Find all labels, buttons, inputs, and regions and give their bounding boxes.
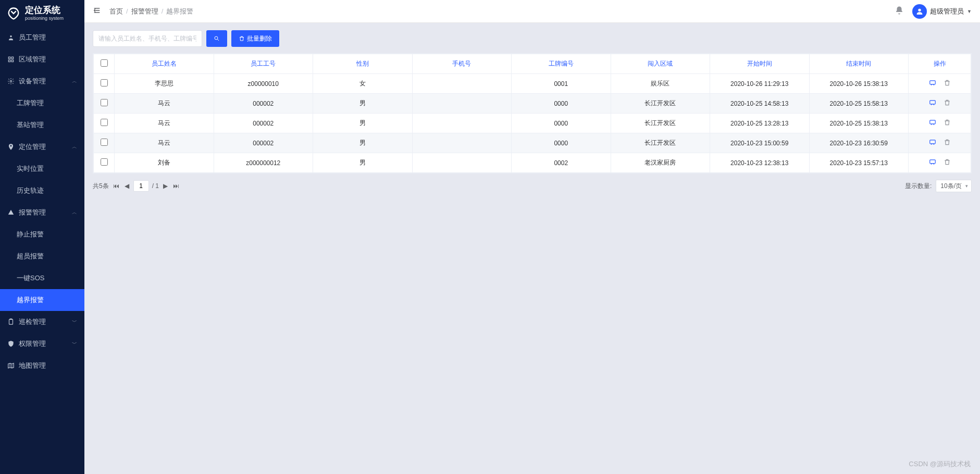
search-button[interactable] (206, 30, 227, 47)
nav-item[interactable]: 一键SOS (0, 267, 84, 289)
nav-item[interactable]: 基站管理 (0, 114, 84, 136)
nav-label: 巡检管理 (19, 317, 68, 327)
first-page-icon[interactable]: ⏮ (112, 181, 120, 191)
delete-icon[interactable] (944, 158, 951, 167)
cell-name: 刘备 (115, 153, 214, 173)
table-row: 刘备z000000012男0002老汉家厨房2020-10-23 12:38:1… (94, 153, 971, 173)
view-icon[interactable] (929, 139, 936, 147)
table-row: 李思思z00000010女0001娱乐区2020-10-26 11:29:132… (94, 74, 971, 94)
delete-icon[interactable] (944, 119, 951, 128)
sidebar-toggle-icon[interactable] (93, 6, 101, 16)
nav-item[interactable]: 静止报警 (0, 223, 84, 245)
nav-item[interactable]: 实时位置 (0, 158, 84, 180)
nav-item[interactable]: 定位管理︿ (0, 136, 84, 158)
row-checkbox[interactable] (101, 158, 108, 166)
svg-rect-1 (8, 57, 10, 59)
th-end: 结束时间 (809, 54, 909, 74)
breadcrumb-item[interactable]: 报警管理 (131, 7, 158, 16)
view-icon[interactable] (929, 158, 936, 167)
cell-end: 2020-10-25 15:58:13 (809, 94, 909, 114)
cell-gender: 男 (313, 153, 413, 173)
nav-label: 越界报警 (17, 295, 77, 305)
nav-item[interactable]: 设备管理︿ (0, 70, 84, 92)
cell-badge: 0000 (512, 133, 611, 153)
cell-start: 2020-10-23 12:38:13 (710, 153, 810, 173)
user-icon (7, 34, 15, 41)
cell-empno: 000002 (214, 94, 313, 114)
cell-phone (412, 133, 512, 153)
th-start: 开始时间 (710, 54, 810, 74)
main: 首页 / 报警管理 / 越界报警 超级管理员 ▼ (84, 0, 980, 474)
table-row: 马云000002男0000长江开发区2020-10-23 15:00:59202… (94, 133, 971, 153)
nav-label: 工牌管理 (17, 98, 77, 108)
user-name: 超级管理员 (930, 7, 964, 16)
cell-phone (412, 114, 512, 133)
cell-phone (412, 94, 512, 114)
svg-rect-4 (11, 60, 14, 62)
view-icon[interactable] (929, 119, 936, 128)
row-checkbox[interactable] (101, 119, 108, 126)
delete-icon[interactable] (944, 139, 951, 147)
svg-point-7 (918, 8, 921, 11)
bell-icon[interactable] (895, 6, 904, 17)
cell-badge: 0002 (512, 153, 611, 173)
row-checkbox[interactable] (101, 99, 108, 106)
chevron-down-icon: ﹀ (72, 318, 77, 326)
svg-point-0 (10, 35, 12, 38)
breadcrumb-item[interactable]: 首页 (109, 7, 123, 16)
th-phone: 手机号 (412, 54, 512, 74)
breadcrumb: 首页 / 报警管理 / 越界报警 (109, 7, 193, 16)
nav-item[interactable]: 员工管理 (0, 27, 84, 48)
cell-area: 老汉家厨房 (611, 153, 710, 173)
user-menu[interactable]: 超级管理员 ▼ (912, 4, 972, 19)
nav-label: 静止报警 (17, 230, 77, 239)
batch-delete-button[interactable]: 批量删除 (231, 30, 279, 47)
nav-item[interactable]: 地图管理 (0, 355, 84, 377)
row-checkbox[interactable] (101, 139, 108, 146)
select-all-checkbox[interactable] (101, 59, 108, 67)
nav-item[interactable]: 超员报警 (0, 245, 84, 267)
svg-rect-2 (11, 57, 14, 59)
row-checkbox[interactable] (101, 79, 108, 86)
page-size-label: 显示数量: (905, 182, 932, 191)
cell-name: 马云 (115, 133, 214, 153)
table-row: 马云000002男0000长江开发区2020-10-25 14:58:13202… (94, 94, 971, 114)
total-count: 共5条 (93, 182, 109, 191)
delete-icon[interactable] (944, 79, 951, 88)
cell-empno: z00000010 (214, 74, 313, 94)
delete-icon[interactable] (944, 99, 951, 108)
last-page-icon[interactable]: ⏭ (172, 181, 180, 191)
view-icon[interactable] (929, 79, 936, 88)
next-page-icon[interactable]: ▶ (162, 181, 169, 191)
prev-page-icon[interactable]: ◀ (123, 181, 130, 191)
nav-item[interactable]: 权限管理﹀ (0, 333, 84, 355)
cell-phone (412, 153, 512, 173)
cell-empno: 000002 (214, 114, 313, 133)
cell-gender: 男 (313, 94, 413, 114)
svg-point-8 (215, 36, 218, 40)
nav-item[interactable]: 区域管理 (0, 48, 84, 70)
nav-label: 历史轨迹 (17, 186, 77, 195)
cell-gender: 男 (313, 114, 413, 133)
search-input[interactable] (93, 30, 202, 47)
sidebar: 定位系统 positioning system 员工管理区域管理设备管理︿工牌管… (0, 0, 84, 474)
nav-item[interactable]: 越界报警 (0, 289, 84, 311)
nav-item[interactable]: 报警管理︿ (0, 202, 84, 223)
view-icon[interactable] (929, 99, 936, 108)
nav-label: 员工管理 (19, 33, 77, 42)
th-area: 闯入区域 (611, 54, 710, 74)
cell-end: 2020-10-23 15:57:13 (809, 153, 909, 173)
cell-start: 2020-10-23 15:00:59 (710, 133, 810, 153)
page-input[interactable] (133, 180, 149, 192)
page-size-select[interactable]: 10条/页 (936, 180, 972, 192)
nav-item[interactable]: 历史轨迹 (0, 180, 84, 202)
cell-badge: 0001 (512, 74, 611, 94)
nav-item[interactable]: 工牌管理 (0, 92, 84, 114)
cell-end: 2020-10-26 15:38:13 (809, 74, 909, 94)
cell-start: 2020-10-26 11:29:13 (710, 74, 810, 94)
nav-label: 报警管理 (19, 208, 68, 217)
batch-delete-label: 批量删除 (247, 34, 272, 43)
nav-item[interactable]: 巡检管理﹀ (0, 311, 84, 333)
cell-area: 长江开发区 (611, 133, 710, 153)
cell-start: 2020-10-25 13:28:13 (710, 114, 810, 133)
